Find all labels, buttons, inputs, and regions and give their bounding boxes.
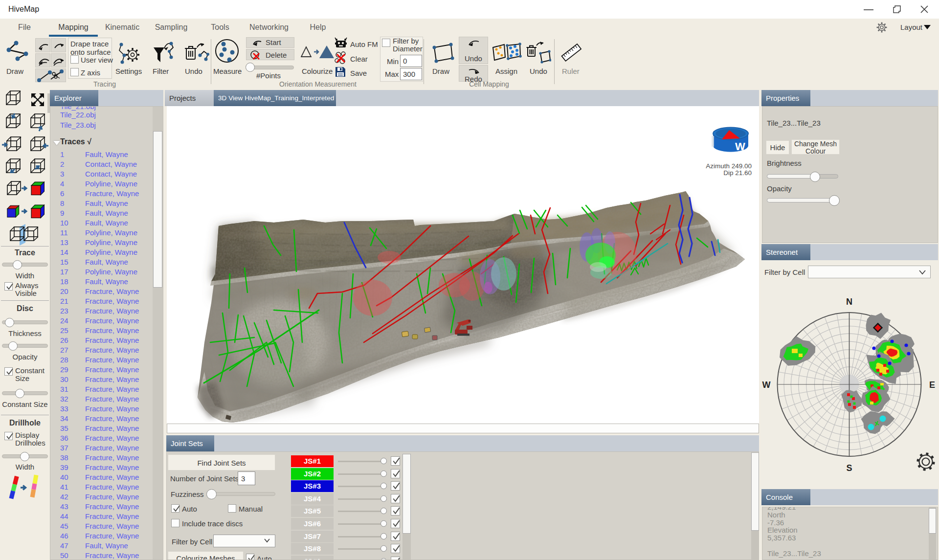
svg-text:Dip 21.60: Dip 21.60 xyxy=(723,169,752,177)
svg-text:N: N xyxy=(846,297,852,307)
svg-text:W: W xyxy=(762,380,771,390)
svg-text:S: S xyxy=(846,463,852,473)
svg-text:Azimuth 249.00: Azimuth 249.00 xyxy=(706,162,752,170)
svg-text:W: W xyxy=(735,140,745,153)
svg-text:E: E xyxy=(929,380,935,390)
